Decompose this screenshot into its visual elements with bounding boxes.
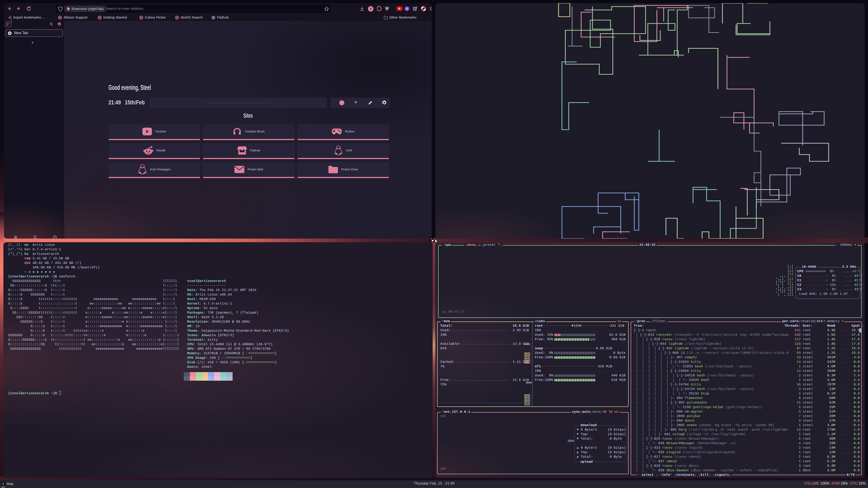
- svg-text:uO: uO: [386, 8, 388, 9]
